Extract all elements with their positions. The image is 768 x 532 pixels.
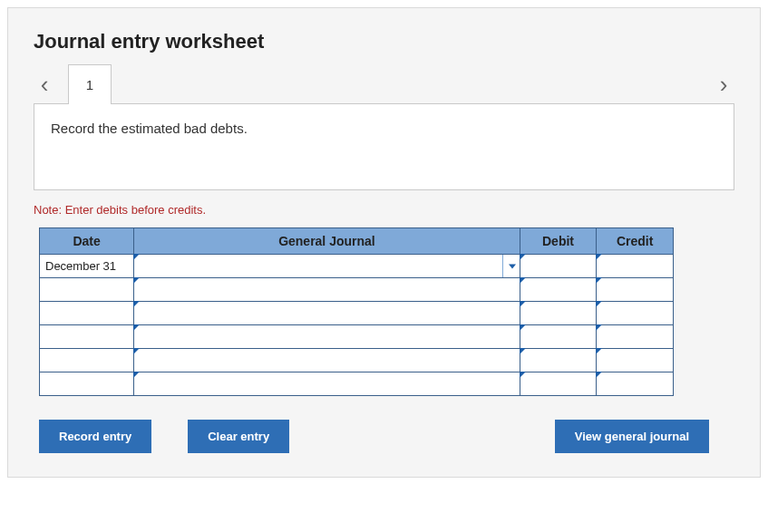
tab-row: ‹ 1 › bbox=[34, 64, 734, 104]
note-text: Note: Enter debits before credits. bbox=[34, 203, 734, 217]
general-journal-cell[interactable] bbox=[134, 372, 520, 396]
credit-cell[interactable] bbox=[597, 302, 674, 325]
date-cell[interactable] bbox=[40, 325, 134, 349]
prev-arrow-icon[interactable]: ‹ bbox=[34, 73, 55, 96]
debit-cell[interactable] bbox=[520, 255, 597, 278]
debit-cell[interactable] bbox=[520, 302, 597, 325]
header-debit: Debit bbox=[520, 228, 597, 255]
header-date: Date bbox=[40, 228, 134, 255]
debit-cell[interactable] bbox=[520, 278, 597, 302]
date-cell[interactable] bbox=[40, 302, 134, 325]
table-row bbox=[40, 325, 674, 349]
tab-1[interactable]: 1 bbox=[68, 64, 112, 104]
general-journal-cell[interactable] bbox=[134, 325, 520, 349]
date-cell[interactable] bbox=[40, 278, 134, 302]
instruction-box: Record the estimated bad debts. bbox=[34, 103, 734, 190]
date-cell[interactable] bbox=[40, 349, 134, 372]
table-row: December 31 bbox=[40, 255, 674, 278]
table-row bbox=[40, 349, 674, 372]
header-credit: Credit bbox=[597, 228, 674, 255]
debit-cell[interactable] bbox=[520, 372, 597, 396]
general-journal-cell[interactable] bbox=[134, 349, 520, 372]
date-cell[interactable]: December 31 bbox=[40, 255, 134, 278]
table-row bbox=[40, 302, 674, 325]
page-title: Journal entry worksheet bbox=[34, 30, 734, 53]
general-journal-cell[interactable] bbox=[134, 302, 520, 325]
journal-table: Date General Journal Debit Credit Decemb… bbox=[39, 227, 674, 396]
general-journal-cell[interactable] bbox=[134, 255, 520, 278]
debit-cell[interactable] bbox=[520, 325, 597, 349]
general-journal-cell[interactable] bbox=[134, 278, 520, 302]
next-arrow-icon[interactable]: › bbox=[713, 73, 734, 96]
button-row: Record entry Clear entry View general jo… bbox=[39, 420, 734, 453]
header-general-journal: General Journal bbox=[134, 228, 520, 255]
credit-cell[interactable] bbox=[597, 372, 674, 396]
view-general-journal-button[interactable]: View general journal bbox=[555, 420, 709, 453]
table-row bbox=[40, 278, 674, 302]
credit-cell[interactable] bbox=[597, 278, 674, 302]
record-entry-button[interactable]: Record entry bbox=[39, 420, 151, 453]
credit-cell[interactable] bbox=[597, 325, 674, 349]
credit-cell[interactable] bbox=[597, 349, 674, 372]
date-cell[interactable] bbox=[40, 372, 134, 396]
table-row bbox=[40, 372, 674, 396]
chevron-down-icon[interactable] bbox=[509, 264, 516, 268]
credit-cell[interactable] bbox=[597, 255, 674, 278]
instruction-text: Record the estimated bad debts. bbox=[51, 121, 248, 136]
clear-entry-button[interactable]: Clear entry bbox=[188, 420, 289, 453]
debit-cell[interactable] bbox=[520, 349, 597, 372]
worksheet-panel: Journal entry worksheet ‹ 1 › Record the… bbox=[7, 7, 761, 478]
